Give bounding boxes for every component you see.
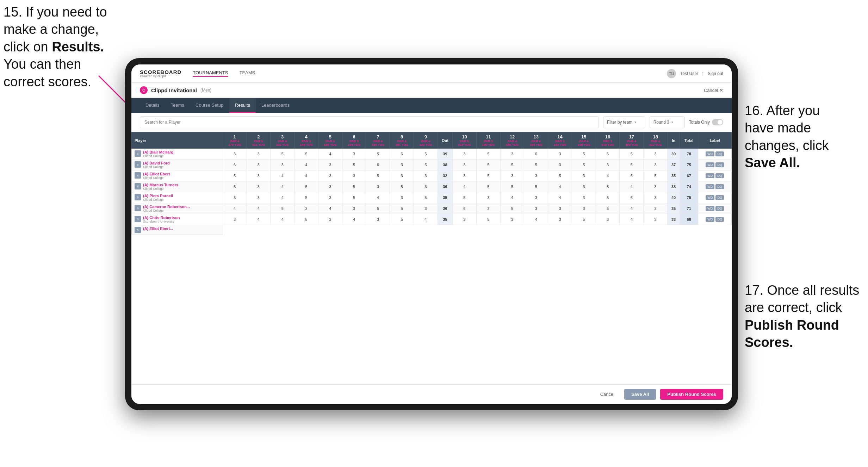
score-hole-4[interactable]: 4: [294, 160, 318, 170]
score-hole-1[interactable]: 5: [223, 181, 247, 192]
score-hole-7[interactable]: 5: [366, 170, 390, 181]
score-hole-16[interactable]: 3: [596, 214, 620, 225]
wd-button[interactable]: WD: [706, 173, 714, 178]
score-hole-18[interactable]: 3: [644, 181, 668, 192]
score-hole-16[interactable]: 4: [596, 170, 620, 181]
nav-teams[interactable]: TEAMS: [240, 70, 255, 77]
score-hole-5[interactable]: 3: [318, 181, 342, 192]
score-hole-11[interactable]: 3: [476, 192, 500, 203]
score-hole-17[interactable]: 6: [620, 170, 644, 181]
score-hole-1[interactable]: 4: [223, 203, 247, 214]
player-name[interactable]: (A) Marcus Turners: [143, 183, 178, 187]
score-hole-9[interactable]: 4: [414, 214, 438, 225]
score-hole-12[interactable]: 4: [500, 192, 524, 203]
player-name[interactable]: (A) Blair McHarg: [143, 150, 173, 154]
score-hole-11[interactable]: 5: [476, 160, 500, 170]
score-hole-17[interactable]: 5: [620, 149, 644, 160]
score-hole-8[interactable]: 5: [390, 181, 414, 192]
score-hole-15[interactable]: 3: [572, 203, 596, 214]
score-hole-3[interactable]: 5: [271, 149, 294, 160]
score-hole-5[interactable]: 3: [318, 214, 342, 225]
score-hole-16[interactable]: 5: [596, 181, 620, 192]
score-hole-7[interactable]: 5: [366, 149, 390, 160]
score-hole-16[interactable]: 5: [596, 192, 620, 203]
score-hole-6[interactable]: 4: [342, 214, 366, 225]
score-hole-7[interactable]: 3: [366, 214, 390, 225]
score-hole-15[interactable]: 5: [572, 160, 596, 170]
wd-button[interactable]: WD: [706, 217, 714, 222]
score-hole-9[interactable]: 3: [414, 203, 438, 214]
score-hole-7[interactable]: 6: [366, 160, 390, 170]
score-hole-9[interactable]: 5: [414, 160, 438, 170]
tab-details[interactable]: Details: [140, 98, 165, 113]
score-hole-18[interactable]: 5: [644, 170, 668, 181]
score-hole-11[interactable]: 5: [476, 214, 500, 225]
score-hole-4[interactable]: 5: [294, 192, 318, 203]
score-hole-5[interactable]: 4: [318, 149, 342, 160]
dq-button[interactable]: DQ: [715, 184, 724, 189]
score-hole-5[interactable]: 4: [318, 203, 342, 214]
score-hole-11[interactable]: 5: [476, 149, 500, 160]
player-name[interactable]: (A) Chris Robertson: [143, 216, 180, 220]
score-hole-17[interactable]: 5: [620, 160, 644, 170]
score-hole-13[interactable]: 3: [524, 170, 548, 181]
score-hole-6[interactable]: 5: [342, 160, 366, 170]
dq-button[interactable]: DQ: [715, 217, 724, 222]
score-hole-5[interactable]: 3: [318, 170, 342, 181]
sign-out-link[interactable]: Sign out: [708, 71, 723, 76]
score-hole-7[interactable]: 4: [366, 192, 390, 203]
player-name[interactable]: (A) David Ford: [143, 161, 170, 165]
score-hole-3[interactable]: 3: [271, 160, 294, 170]
score-hole-10[interactable]: 6: [453, 203, 477, 214]
tab-results[interactable]: Results: [229, 98, 256, 113]
score-hole-11[interactable]: 5: [476, 181, 500, 192]
score-hole-18[interactable]: 3: [644, 192, 668, 203]
score-hole-17[interactable]: 4: [620, 181, 644, 192]
score-hole-2[interactable]: 4: [247, 203, 271, 214]
score-hole-14[interactable]: 5: [548, 170, 572, 181]
score-hole-2[interactable]: 3: [247, 149, 271, 160]
score-hole-10[interactable]: 3: [453, 149, 477, 160]
score-hole-18[interactable]: 3: [644, 214, 668, 225]
score-hole-1[interactable]: 3: [223, 149, 247, 160]
score-hole-7[interactable]: 3: [366, 181, 390, 192]
toggle-switch[interactable]: [712, 119, 723, 125]
round-dropdown[interactable]: Round 3 ▾: [650, 116, 685, 128]
score-hole-13[interactable]: 5: [524, 181, 548, 192]
player-name[interactable]: (A) Elliot Ebert: [143, 172, 170, 176]
score-hole-13[interactable]: 3: [524, 203, 548, 214]
score-hole-10[interactable]: 3: [453, 170, 477, 181]
score-hole-3[interactable]: 5: [271, 203, 294, 214]
player-name[interactable]: (A) Piers Parnell: [143, 194, 173, 198]
score-hole-9[interactable]: 5: [414, 192, 438, 203]
score-hole-4[interactable]: 5: [294, 181, 318, 192]
score-hole-14[interactable]: 4: [548, 181, 572, 192]
score-hole-15[interactable]: 3: [572, 181, 596, 192]
player-name[interactable]: (A) Cameron Robertson...: [143, 205, 190, 209]
score-hole-6[interactable]: 3: [342, 203, 366, 214]
tab-course-setup[interactable]: Course Setup: [190, 98, 229, 113]
score-hole-16[interactable]: 5: [596, 203, 620, 214]
score-hole-18[interactable]: 3: [644, 203, 668, 214]
score-hole-14[interactable]: 4: [548, 192, 572, 203]
score-hole-8[interactable]: 3: [390, 160, 414, 170]
score-hole-13[interactable]: 6: [524, 149, 548, 160]
score-hole-11[interactable]: 3: [476, 203, 500, 214]
wd-button[interactable]: WD: [706, 195, 714, 200]
score-hole-6[interactable]: 3: [342, 149, 366, 160]
totals-only-toggle[interactable]: Totals Only: [689, 119, 723, 125]
score-hole-4[interactable]: 5: [294, 149, 318, 160]
score-hole-6[interactable]: 5: [342, 181, 366, 192]
score-hole-17[interactable]: 4: [620, 203, 644, 214]
nav-tournaments[interactable]: TOURNAMENTS: [193, 70, 228, 77]
score-hole-15[interactable]: 3: [572, 192, 596, 203]
score-hole-10[interactable]: 5: [453, 192, 477, 203]
score-hole-15[interactable]: 5: [572, 214, 596, 225]
score-hole-4[interactable]: 4: [294, 170, 318, 181]
score-hole-9[interactable]: 3: [414, 181, 438, 192]
score-hole-8[interactable]: 6: [390, 149, 414, 160]
score-hole-9[interactable]: 3: [414, 170, 438, 181]
score-hole-2[interactable]: 3: [247, 160, 271, 170]
score-hole-18[interactable]: 3: [644, 160, 668, 170]
score-hole-12[interactable]: 5: [500, 160, 524, 170]
